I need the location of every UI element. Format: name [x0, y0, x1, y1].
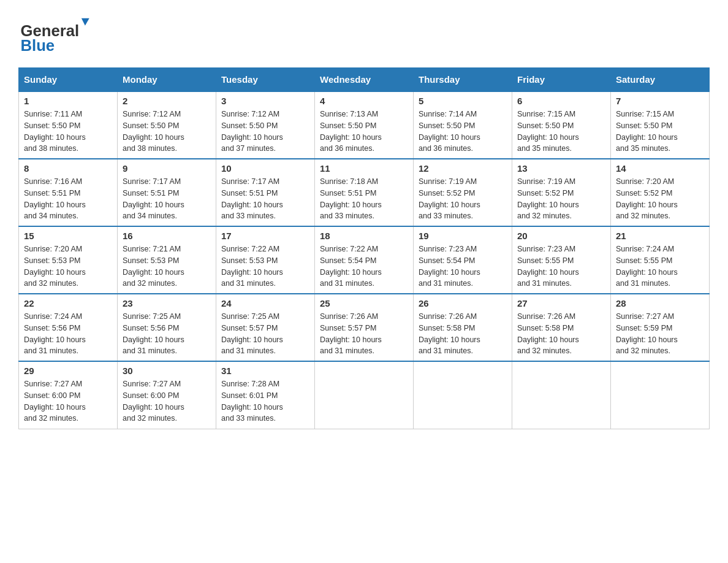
- day-number: 8: [24, 163, 112, 174]
- day-info: Sunrise: 7:24 AM Sunset: 5:56 PM Dayligh…: [24, 311, 112, 357]
- day-number: 6: [517, 96, 605, 106]
- day-info: Sunrise: 7:26 AM Sunset: 5:57 PM Dayligh…: [320, 311, 408, 357]
- day-number: 1: [24, 96, 112, 106]
- day-info: Sunrise: 7:11 AM Sunset: 5:50 PM Dayligh…: [24, 109, 112, 155]
- day-number: 25: [320, 298, 408, 308]
- calendar-cell: 27 Sunrise: 7:26 AM Sunset: 5:58 PM Dayl…: [512, 294, 611, 361]
- svg-marker-1: [82, 18, 89, 26]
- calendar-cell: [611, 361, 710, 429]
- day-info: Sunrise: 7:16 AM Sunset: 5:51 PM Dayligh…: [24, 176, 112, 222]
- calendar-cell: 22 Sunrise: 7:24 AM Sunset: 5:56 PM Dayl…: [19, 294, 118, 361]
- calendar-cell: 28 Sunrise: 7:27 AM Sunset: 5:59 PM Dayl…: [611, 294, 710, 361]
- day-number: 12: [419, 163, 507, 174]
- day-number: 20: [517, 231, 605, 241]
- day-number: 19: [419, 231, 507, 241]
- header-tuesday: Tuesday: [216, 68, 315, 92]
- day-number: 2: [123, 96, 211, 106]
- week-row-3: 15 Sunrise: 7:20 AM Sunset: 5:53 PM Dayl…: [19, 226, 710, 294]
- day-info: Sunrise: 7:20 AM Sunset: 5:53 PM Dayligh…: [24, 243, 112, 289]
- calendar-cell: 23 Sunrise: 7:25 AM Sunset: 5:56 PM Dayl…: [118, 294, 216, 361]
- day-number: 26: [419, 298, 507, 308]
- day-info: Sunrise: 7:25 AM Sunset: 5:57 PM Dayligh…: [221, 311, 309, 357]
- day-number: 30: [123, 366, 211, 376]
- day-info: Sunrise: 7:19 AM Sunset: 5:52 PM Dayligh…: [517, 176, 605, 222]
- calendar-cell: 19 Sunrise: 7:23 AM Sunset: 5:54 PM Dayl…: [414, 226, 512, 294]
- calendar-cell: 9 Sunrise: 7:17 AM Sunset: 5:51 PM Dayli…: [118, 159, 216, 226]
- day-info: Sunrise: 7:17 AM Sunset: 5:51 PM Dayligh…: [123, 176, 211, 222]
- day-number: 15: [24, 231, 112, 241]
- day-info: Sunrise: 7:12 AM Sunset: 5:50 PM Dayligh…: [221, 109, 309, 155]
- day-info: Sunrise: 7:18 AM Sunset: 5:51 PM Dayligh…: [320, 176, 408, 222]
- calendar-cell: 5 Sunrise: 7:14 AM Sunset: 5:50 PM Dayli…: [414, 91, 512, 159]
- day-number: 14: [616, 163, 704, 174]
- day-number: 28: [616, 298, 704, 308]
- calendar-cell: 29 Sunrise: 7:27 AM Sunset: 6:00 PM Dayl…: [19, 361, 118, 429]
- header-thursday: Thursday: [414, 68, 512, 92]
- calendar-header-row: SundayMondayTuesdayWednesdayThursdayFrid…: [19, 68, 710, 92]
- week-row-4: 22 Sunrise: 7:24 AM Sunset: 5:56 PM Dayl…: [19, 294, 710, 361]
- calendar-table: SundayMondayTuesdayWednesdayThursdayFrid…: [18, 67, 710, 429]
- week-row-2: 8 Sunrise: 7:16 AM Sunset: 5:51 PM Dayli…: [19, 159, 710, 226]
- calendar-cell: 15 Sunrise: 7:20 AM Sunset: 5:53 PM Dayl…: [19, 226, 118, 294]
- day-info: Sunrise: 7:19 AM Sunset: 5:52 PM Dayligh…: [419, 176, 507, 222]
- calendar-cell: 12 Sunrise: 7:19 AM Sunset: 5:52 PM Dayl…: [414, 159, 512, 226]
- week-row-1: 1 Sunrise: 7:11 AM Sunset: 5:50 PM Dayli…: [19, 91, 710, 159]
- header-friday: Friday: [512, 68, 611, 92]
- calendar-cell: 2 Sunrise: 7:12 AM Sunset: 5:50 PM Dayli…: [118, 91, 216, 159]
- day-info: Sunrise: 7:14 AM Sunset: 5:50 PM Dayligh…: [419, 109, 507, 155]
- calendar-cell: 7 Sunrise: 7:15 AM Sunset: 5:50 PM Dayli…: [611, 91, 710, 159]
- calendar-cell: 6 Sunrise: 7:15 AM Sunset: 5:50 PM Dayli…: [512, 91, 611, 159]
- calendar-cell: 3 Sunrise: 7:12 AM Sunset: 5:50 PM Dayli…: [216, 91, 315, 159]
- day-info: Sunrise: 7:22 AM Sunset: 5:54 PM Dayligh…: [320, 243, 408, 289]
- calendar-cell: 14 Sunrise: 7:20 AM Sunset: 5:52 PM Dayl…: [611, 159, 710, 226]
- header-sunday: Sunday: [19, 68, 118, 92]
- calendar-cell: 20 Sunrise: 7:23 AM Sunset: 5:55 PM Dayl…: [512, 226, 611, 294]
- day-info: Sunrise: 7:15 AM Sunset: 5:50 PM Dayligh…: [517, 109, 605, 155]
- day-number: 7: [616, 96, 704, 106]
- header-wednesday: Wednesday: [315, 68, 414, 92]
- day-info: Sunrise: 7:15 AM Sunset: 5:50 PM Dayligh…: [616, 109, 704, 155]
- day-number: 21: [616, 231, 704, 241]
- day-number: 11: [320, 163, 408, 174]
- calendar-cell: 31 Sunrise: 7:28 AM Sunset: 6:01 PM Dayl…: [216, 361, 315, 429]
- calendar-cell: 11 Sunrise: 7:18 AM Sunset: 5:51 PM Dayl…: [315, 159, 414, 226]
- day-number: 16: [123, 231, 211, 241]
- header-saturday: Saturday: [611, 68, 710, 92]
- calendar-cell: [315, 361, 414, 429]
- day-number: 3: [221, 96, 309, 106]
- day-info: Sunrise: 7:28 AM Sunset: 6:01 PM Dayligh…: [221, 378, 309, 424]
- day-info: Sunrise: 7:23 AM Sunset: 5:55 PM Dayligh…: [517, 243, 605, 289]
- page-header: General Blue: [18, 12, 710, 55]
- calendar-cell: 4 Sunrise: 7:13 AM Sunset: 5:50 PM Dayli…: [315, 91, 414, 159]
- calendar-cell: 26 Sunrise: 7:26 AM Sunset: 5:58 PM Dayl…: [414, 294, 512, 361]
- day-info: Sunrise: 7:13 AM Sunset: 5:50 PM Dayligh…: [320, 109, 408, 155]
- week-row-5: 29 Sunrise: 7:27 AM Sunset: 6:00 PM Dayl…: [19, 361, 710, 429]
- day-number: 5: [419, 96, 507, 106]
- calendar-cell: 10 Sunrise: 7:17 AM Sunset: 5:51 PM Dayl…: [216, 159, 315, 226]
- day-number: 29: [24, 366, 112, 376]
- day-number: 23: [123, 298, 211, 308]
- day-info: Sunrise: 7:27 AM Sunset: 6:00 PM Dayligh…: [24, 378, 112, 424]
- svg-text:Blue: Blue: [20, 37, 55, 54]
- day-number: 27: [517, 298, 605, 308]
- day-info: Sunrise: 7:24 AM Sunset: 5:55 PM Dayligh…: [616, 243, 704, 289]
- day-number: 17: [221, 231, 309, 241]
- day-number: 18: [320, 231, 408, 241]
- calendar-cell: [414, 361, 512, 429]
- calendar-cell: 25 Sunrise: 7:26 AM Sunset: 5:57 PM Dayl…: [315, 294, 414, 361]
- day-info: Sunrise: 7:26 AM Sunset: 5:58 PM Dayligh…: [419, 311, 507, 357]
- calendar-cell: [512, 361, 611, 429]
- day-info: Sunrise: 7:27 AM Sunset: 5:59 PM Dayligh…: [616, 311, 704, 357]
- calendar-cell: 8 Sunrise: 7:16 AM Sunset: 5:51 PM Dayli…: [19, 159, 118, 226]
- day-number: 4: [320, 96, 408, 106]
- day-info: Sunrise: 7:25 AM Sunset: 5:56 PM Dayligh…: [123, 311, 211, 357]
- day-number: 13: [517, 163, 605, 174]
- day-number: 31: [221, 366, 309, 376]
- day-info: Sunrise: 7:17 AM Sunset: 5:51 PM Dayligh…: [221, 176, 309, 222]
- day-number: 9: [123, 163, 211, 174]
- day-info: Sunrise: 7:12 AM Sunset: 5:50 PM Dayligh…: [123, 109, 211, 155]
- day-info: Sunrise: 7:22 AM Sunset: 5:53 PM Dayligh…: [221, 243, 309, 289]
- calendar-cell: 1 Sunrise: 7:11 AM Sunset: 5:50 PM Dayli…: [19, 91, 118, 159]
- day-number: 10: [221, 163, 309, 174]
- day-info: Sunrise: 7:21 AM Sunset: 5:53 PM Dayligh…: [123, 243, 211, 289]
